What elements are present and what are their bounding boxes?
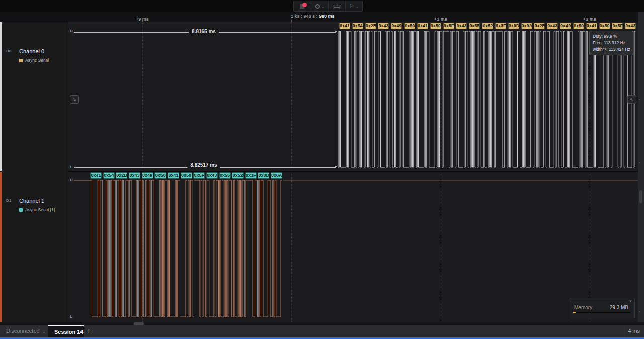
- decoded-byte: 0x52: [232, 172, 244, 179]
- decoded-byte: 0x3F: [245, 172, 257, 179]
- tooltip-line: width⁻¹: 113.424 Hz: [593, 46, 630, 53]
- decoded-byte: 0x41: [417, 23, 428, 29]
- measurement-tooltip: Duty: 99.9 %Freq: 113.312 Hzwidth⁻¹: 113…: [589, 31, 633, 55]
- analog-wave-icon: ∿: [72, 97, 76, 102]
- decoded-byte: 0x41: [168, 172, 179, 179]
- channel-sidebar: D0 Channel 0 Async Serial D1 Channel 1 A…: [0, 22, 68, 322]
- channel0-id: D0: [6, 49, 11, 53]
- analog-toggle-button[interactable]: ∿: [70, 95, 79, 104]
- decoded-byte: 0x41: [90, 172, 102, 179]
- chevron-down-icon: ⌄: [356, 5, 359, 8]
- stop-record-button[interactable]: [294, 1, 311, 11]
- tooltip-line: Freq: 113.312 Hz: [593, 40, 630, 46]
- horizontal-scrollbar-thumb[interactable]: [134, 322, 144, 325]
- decoded-byte: 0x54: [352, 23, 363, 29]
- capture-toolbar: ⌄ 3 ⚐ ⌄: [293, 1, 363, 12]
- measurement-button[interactable]: 3: [328, 1, 345, 11]
- right-panel-marker: ▪: [639, 310, 640, 313]
- decoded-byte: 0x50: [154, 172, 166, 179]
- decoded-byte: 0x52: [482, 23, 493, 29]
- annotations-button[interactable]: ⚐ ⌄: [345, 1, 362, 11]
- top-toolbar: ⌄ 3 ⚐ ⌄: [0, 0, 644, 12]
- memory-progress-fill: [573, 312, 576, 313]
- decoded-byte: 0x43: [547, 23, 558, 29]
- analyzer-color-swatch: [19, 208, 23, 212]
- chevron-down-icon: ⌄: [321, 5, 325, 8]
- decoded-byte: 0x2B: [534, 23, 545, 29]
- timeline-time-value: 580 ms: [319, 14, 335, 19]
- settings-icon: [315, 4, 320, 9]
- decoded-byte: 0x50: [430, 23, 441, 29]
- decoded-byte: 0x0A: [521, 23, 532, 29]
- timeline-tick: [142, 20, 143, 22]
- analyzer-color-swatch: [19, 59, 23, 62]
- decoded-byte: 0x5F: [443, 23, 454, 29]
- decoded-byte: 0x41: [586, 23, 597, 29]
- channel0-analyzer[interactable]: Async Serial: [19, 58, 49, 63]
- flag-icon: ⚐: [349, 4, 354, 9]
- decoded-byte: 0x5F: [193, 172, 205, 179]
- rail-high-badge: H: [69, 29, 74, 34]
- channel0-name[interactable]: Channel 0: [19, 48, 44, 54]
- channel1-id: D1: [6, 198, 11, 203]
- timeline-ruler[interactable]: 1 ks : 948 s : 580 ms +9 ms+1 ms+2 ms: [0, 12, 644, 22]
- timeline-time-prefix: 1 ks : 948 s :: [291, 14, 319, 19]
- measurement-icon: 3: [333, 3, 341, 10]
- decoded-byte: 0x43: [206, 172, 218, 179]
- right-panel-strip: ▪ ▪ ▪: [638, 12, 644, 325]
- decoded-byte: 0x41: [339, 23, 350, 29]
- waveform-plot[interactable]: 8.8165 ms 8.82517 ms H L H L 0x410x540x2…: [68, 22, 638, 322]
- timeline-tick: [441, 20, 441, 22]
- timeline-absolute-time: 1 ks : 948 s : 580 ms: [291, 14, 335, 19]
- digital-waveforms: [68, 22, 638, 322]
- vertical-scrollbar-thumb[interactable]: [639, 190, 642, 203]
- capture-settings-button[interactable]: ⌄: [311, 1, 328, 11]
- analyzer-label: Async Serial [1]: [25, 207, 55, 212]
- memory-progress-track: [573, 312, 630, 313]
- decoded-byte: 0x5F: [612, 23, 623, 29]
- memory-panel: × Memory 29.3 MB: [569, 298, 635, 318]
- status-bar-separator: [624, 325, 624, 337]
- decoded-byte: 0x0D: [258, 172, 269, 179]
- timeline-tick: [291, 20, 292, 22]
- analog-toggle-button[interactable]: ∿: [627, 95, 636, 104]
- close-icon[interactable]: ×: [77, 329, 80, 334]
- chevron-down-icon: ⌄: [42, 329, 46, 334]
- right-panel-marker: ▪: [639, 98, 640, 101]
- analyzer-label: Async Serial: [25, 58, 49, 63]
- channel1-analyzer[interactable]: Async Serial [1]: [19, 207, 55, 212]
- channel0-edge-indicator: [0, 22, 2, 171]
- decoded-byte: 0x50: [404, 23, 415, 29]
- decoded-byte: 0x49: [560, 23, 571, 29]
- decoded-byte: 0x2B: [365, 23, 376, 29]
- session-tab[interactable]: Session 14 ×: [48, 325, 84, 337]
- new-tab-button[interactable]: +: [87, 327, 91, 335]
- close-icon[interactable]: ×: [629, 299, 632, 304]
- decoded-byte: 0x50: [181, 172, 192, 179]
- period-measurement: 8.82517 ms: [187, 162, 220, 168]
- decoded-byte: 0x43: [625, 23, 636, 29]
- channel1-name[interactable]: Channel 1: [19, 198, 44, 204]
- device-status-dropdown[interactable]: Disconnected: [6, 328, 40, 334]
- rail-low-badge: L: [69, 165, 74, 170]
- status-bar: Disconnected ⌄ Session 14 × + 4 ms: [0, 325, 644, 337]
- decoded-byte: 0x54: [103, 172, 115, 179]
- decoded-byte: 0x43: [129, 172, 140, 179]
- decoded-byte: 0x2B: [116, 172, 127, 179]
- horizontal-scrollbar[interactable]: [0, 322, 644, 325]
- analog-wave-icon: ∿: [630, 97, 634, 102]
- decoded-byte: 0x55: [469, 23, 480, 29]
- rail-low-badge: L: [69, 314, 74, 319]
- decoded-byte: 0x50: [599, 23, 610, 29]
- svg-text:3: 3: [336, 3, 338, 6]
- decoded-byte: 0x43: [456, 23, 467, 29]
- decoded-byte: 0x49: [142, 172, 153, 179]
- pulse-width-measurement: 8.8165 ms: [189, 28, 219, 35]
- timeline-tick: [590, 20, 590, 22]
- channel1-edge-indicator: [0, 172, 2, 322]
- tooltip-line: Duty: 99.9 %: [593, 33, 630, 40]
- record-dot-icon: [302, 3, 307, 7]
- decoded-byte: 0x55: [219, 172, 231, 179]
- decoded-byte: 0x0A: [271, 172, 282, 179]
- memory-value: 29.3 MB: [610, 305, 628, 310]
